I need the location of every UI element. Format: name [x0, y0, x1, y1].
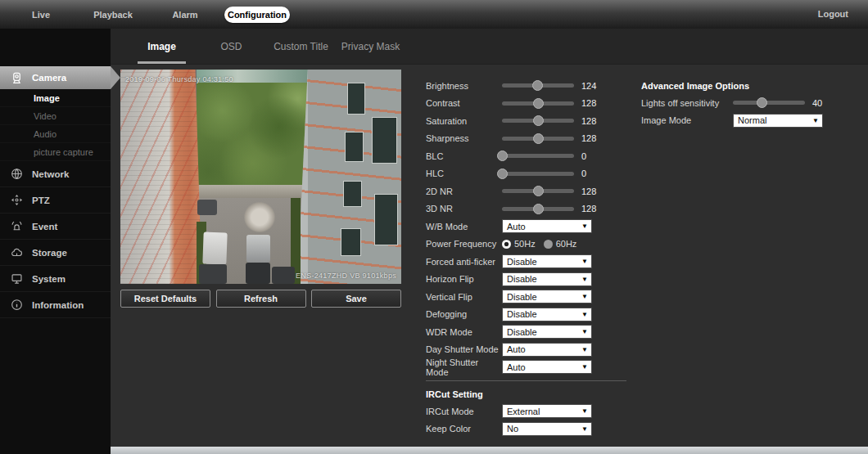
event-icon: [11, 220, 24, 233]
slider-thumb: [532, 80, 543, 91]
top-nav-playback[interactable]: Playback: [77, 10, 149, 20]
sidebar-item-label: Storage: [32, 248, 67, 258]
sidebar-subitem-audio[interactable]: Audio: [0, 125, 111, 143]
saturation-slider[interactable]: [502, 115, 574, 126]
radio-power-frequency-50hz[interactable]: 50Hz: [502, 239, 536, 249]
vertical-flip-select[interactable]: Disable▼: [502, 290, 592, 303]
slider-value: 128: [581, 116, 596, 126]
radio-selected-icon: [502, 240, 511, 249]
lights-off-sensitivity-slider[interactable]: [733, 97, 805, 108]
sidebar-item-storage[interactable]: Storage: [0, 240, 111, 266]
slider-value: 128: [581, 204, 596, 214]
slider-track: [502, 154, 574, 158]
hlc-slider[interactable]: [502, 169, 574, 179]
sidebar-subitem-video[interactable]: Video: [0, 107, 111, 125]
setting-label: Night Shutter Mode: [426, 357, 502, 377]
preview-car: [199, 264, 227, 284]
content-area: ImageOSDCustom TitlePrivacy Mask: [111, 29, 868, 454]
sidebar-item-network[interactable]: Network: [0, 161, 111, 187]
logout-button[interactable]: Logout: [818, 9, 848, 19]
preview-car: [246, 235, 270, 263]
setting-label: Keep Color: [426, 424, 502, 434]
select-value: No: [507, 424, 518, 434]
sidebar-item-information[interactable]: Information: [0, 292, 111, 318]
tab-custom-title[interactable]: Custom Title: [266, 29, 336, 64]
select-value: Normal: [738, 115, 766, 125]
sidebar-item-system[interactable]: System: [0, 266, 111, 292]
information-icon: [11, 299, 24, 312]
radio-unselected-icon: [544, 240, 553, 249]
radio-power-frequency-60hz[interactable]: 60Hz: [544, 239, 577, 249]
sidebar-subitem-picture-capture[interactable]: picture capture: [0, 143, 111, 161]
top-nav-items: LivePlaybackAlarmConfiguration: [0, 7, 293, 23]
sidebar-item-label: Event: [32, 222, 57, 231]
horizon-flip-select[interactable]: Disable▼: [502, 272, 592, 286]
defogging-select[interactable]: Disable▼: [502, 308, 592, 321]
building-window: [341, 228, 360, 256]
select-value: Disable: [507, 274, 537, 284]
select-value: Disable: [507, 257, 537, 267]
building-window: [343, 181, 362, 206]
setting-row-blc: BLC0: [426, 147, 596, 165]
keep-color-select[interactable]: No▼: [502, 422, 592, 436]
top-nav-alarm[interactable]: Alarm: [149, 10, 221, 20]
setting-row-w-b-mode: W/B ModeAuto▼: [426, 218, 596, 236]
dropdown-arrow-icon: ▼: [581, 328, 588, 335]
2d-nr-slider[interactable]: [502, 186, 574, 196]
save-button[interactable]: Save: [311, 290, 401, 308]
setting-row-hlc: HLC0: [426, 165, 596, 183]
slider-value: 128: [581, 133, 596, 143]
sidebar-item-ptz[interactable]: PTZ: [0, 187, 111, 214]
brightness-slider[interactable]: [502, 80, 574, 91]
app-window: LivePlaybackAlarmConfiguration Logout Ca…: [0, 0, 868, 454]
reset-defaults-button[interactable]: Reset Defaults: [120, 290, 210, 308]
setting-row-sharpness: Sharpness128: [426, 130, 596, 148]
setting-label: Forced anti-ficker: [426, 257, 502, 267]
setting-row-ircut-mode: IRCut ModeExternal▼: [426, 402, 592, 420]
preview-right-building: [297, 70, 401, 284]
slider-thumb: [497, 151, 508, 161]
preview-car: [197, 200, 217, 216]
horizontal-scrollbar[interactable]: [0, 447, 868, 454]
setting-row-day-shutter-mode: Day Shutter ModeAuto▼: [426, 341, 596, 359]
day-shutter-mode-select[interactable]: Auto▼: [502, 343, 592, 357]
top-nav-configuration[interactable]: Configuration: [224, 7, 290, 23]
dropdown-arrow-icon: ▼: [812, 117, 819, 124]
setting-label: Saturation: [426, 116, 502, 126]
forced-anti-ficker-select[interactable]: Disable▼: [502, 254, 592, 268]
setting-row-wdr-mode: WDR ModeDisable▼: [426, 323, 596, 341]
camera-preview: 2019-09-06 Thursday 04:31:50 ENS-2417ZHD…: [120, 70, 401, 284]
image-mode-select[interactable]: Normal▼: [733, 114, 823, 128]
tab-image[interactable]: Image: [127, 29, 197, 64]
sidebar-subitem-image[interactable]: Image: [0, 89, 111, 107]
select-value: Auto: [507, 362, 526, 372]
sidebar-item-camera[interactable]: Camera: [0, 66, 111, 89]
refresh-button[interactable]: Refresh: [216, 290, 306, 308]
advanced-heading: Advanced Image Options: [641, 77, 823, 94]
sidebar-item-event[interactable]: Event: [0, 214, 111, 240]
ircut-mode-select[interactable]: External▼: [502, 404, 592, 418]
wdr-mode-select[interactable]: Disable▼: [502, 325, 592, 339]
sharpness-slider[interactable]: [502, 133, 574, 144]
setting-label: HLC: [426, 169, 502, 178]
sidebar: CameraImageVideoAudiopicture captureNetw…: [0, 29, 111, 454]
slider-value: 40: [812, 98, 822, 108]
3d-nr-slider[interactable]: [502, 204, 574, 214]
tab-privacy-mask[interactable]: Privacy Mask: [336, 29, 405, 64]
setting-row-3d-nr: 3D NR128: [426, 200, 596, 218]
contrast-slider[interactable]: [502, 98, 574, 109]
top-nav-live[interactable]: Live: [5, 10, 77, 20]
sidebar-item-label: PTZ: [32, 196, 50, 205]
w-b-mode-select[interactable]: Auto▼: [502, 219, 592, 233]
night-shutter-mode-select[interactable]: Auto▼: [502, 360, 592, 374]
select-value: Auto: [507, 344, 526, 354]
setting-label: IRCut Mode: [426, 407, 502, 416]
dropdown-arrow-icon: ▼: [581, 363, 588, 371]
blc-slider[interactable]: [502, 151, 574, 161]
preview-car: [272, 267, 294, 284]
tab-osd[interactable]: OSD: [197, 29, 266, 64]
slider-thumb: [533, 133, 544, 144]
top-navigation: LivePlaybackAlarmConfiguration Logout: [0, 0, 868, 29]
preview-camera-label: ENS-2417ZHD VB 9101kbps: [296, 272, 396, 280]
radio-label: 60Hz: [556, 239, 577, 249]
